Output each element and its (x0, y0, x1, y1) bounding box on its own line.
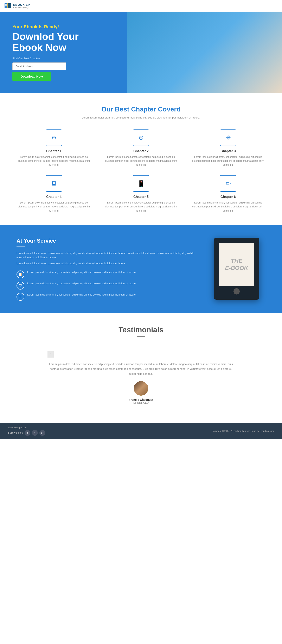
service-image: THE E-BOOK (208, 238, 266, 300)
chapter-title: Chapter 5 (104, 195, 178, 199)
chapter-title: Chapter 1 (16, 149, 91, 153)
chapter-icon: 📱 (137, 180, 145, 187)
service-content: At Your Service Lorem ipsum dolor sit am… (16, 238, 195, 301)
feature-icon: 📋 (18, 272, 22, 276)
service-feature-3: 👤 Lorem ipsum dolor sit amet, consectetu… (16, 293, 195, 301)
hero-title: Downlod Your Ebook Now (12, 31, 79, 53)
chapter-icon-box: ⚙ (46, 130, 62, 146)
feature-icon-circle: 📋 (16, 270, 24, 278)
service-feature-2: 🛡 Lorem ipsum dolor sit amet, consectetu… (16, 282, 195, 290)
chapter-title: Chapter 6 (191, 195, 266, 199)
testimonials-divider (137, 336, 145, 337)
chapter-text: Lorem ipsum dolor sit amet, consectetur … (104, 201, 178, 213)
footer: www.example.com Follow us on: f t g+ Cop… (0, 423, 282, 439)
chapter-title: Chapter 3 (191, 149, 266, 153)
ebook-screen: THE E-BOOK (219, 243, 254, 286)
email-input[interactable] (12, 62, 66, 70)
chapter-icon: ✳ (226, 134, 231, 141)
chapter-card-3: ✳ Chapter 3 Lorem ipsum dolor sit amet, … (191, 130, 266, 167)
chapter-card-5: 📱 Chapter 5 Lorem ipsum dolor sit amet, … (104, 175, 178, 213)
chapters-grid: ⚙ Chapter 1 Lorem ipsum dolor sit amet, … (16, 130, 266, 213)
svg-rect-1 (4, 3, 8, 8)
chapter-icon-box: 🖥 (46, 175, 62, 192)
testimonial-name: Frencis Cheoquet (47, 398, 235, 402)
chapter-icon-box: ⊕ (133, 130, 149, 146)
chapter-icon-box: 📱 (133, 175, 149, 192)
chapter-card-2: ⊕ Chapter 2 Lorem ipsum dolor sit amet, … (104, 130, 178, 167)
chapter-icon-box: ✏ (220, 175, 236, 192)
service-divider (16, 246, 25, 247)
feature-icon: 👤 (18, 295, 22, 299)
social-label: Follow us on: (8, 432, 23, 434)
chapter-card-6: ✏ Chapter 6 Lorem ipsum dolor sit amet, … (191, 175, 266, 213)
footer-website: www.example.com (8, 426, 45, 429)
ebook-device: THE E-BOOK (214, 238, 259, 300)
quote-icon: " (47, 351, 54, 358)
logo-subtitle: Premium Quality (13, 6, 30, 9)
hero-ready-text: Your Ebook Is Ready! (12, 24, 79, 30)
social-twitter[interactable]: t (32, 430, 38, 436)
footer-social: Follow us on: f t g+ (8, 430, 45, 436)
logo: EBOOK LP Premium Quality (4, 2, 30, 10)
ebook-device-button (234, 288, 240, 294)
chapter-text: Lorem ipsum dolor sit amet, consectetur … (16, 201, 91, 213)
feature-text: Lorem ipsum dolor sit amet, consectetur … (27, 293, 136, 297)
footer-left: www.example.com Follow us on: f t g+ (8, 426, 45, 436)
logo-title: EBOOK LP (13, 3, 30, 6)
testimonial-avatar (134, 381, 148, 396)
feature-icon: 🛡 (19, 284, 22, 288)
feature-text: Lorem ipsum dolor sit amet, consectetur … (27, 270, 136, 274)
chapter-text: Lorem ipsum dolor sit amet, consectetur … (191, 155, 266, 167)
testimonial-card: " Lorem ipsum dolor sit amet, consectetu… (41, 345, 241, 410)
logo-text: EBOOK LP Premium Quality (13, 3, 30, 9)
chapters-title: Our Best Chapter Coverd (16, 106, 266, 113)
logo-icon (4, 2, 11, 10)
chapter-title: Chapter 4 (16, 195, 91, 199)
service-title: At Your Service (16, 238, 195, 244)
feature-icon-circle: 👤 (16, 293, 24, 301)
hero-section: Your Ebook Is Ready! Downlod Your Ebook … (0, 12, 282, 93)
header: EBOOK LP Premium Quality (0, 0, 282, 12)
feature-icon-circle: 🛡 (16, 282, 24, 290)
svg-rect-2 (7, 3, 8, 8)
service-feature-1: 📋 Lorem ipsum dolor sit amet, consectetu… (16, 270, 195, 278)
service-features: 📋 Lorem ipsum dolor sit amet, consectetu… (16, 270, 195, 301)
chapter-card-4: 🖥 Chapter 4 Lorem ipsum dolor sit amet, … (16, 175, 91, 213)
hero-background (127, 12, 282, 93)
ebook-screen-text: THE E-BOOK (225, 258, 248, 271)
chapter-icon: ⚙ (51, 134, 57, 141)
chapters-section: Our Best Chapter Coverd Lorem ipsum dolo… (0, 93, 282, 225)
chapters-subtitle: Lorem ipsum dolor sit amet, consectetur … (16, 116, 266, 119)
avatar-image (134, 381, 148, 396)
testimonials-section: Testimonials " Lorem ipsum dolor sit ame… (0, 313, 282, 423)
chapter-icon-box: ✳ (220, 130, 236, 146)
hero-subtitle: Find Our Best Chapters (12, 57, 79, 60)
hero-content: Your Ebook Is Ready! Downlod Your Ebook … (12, 24, 79, 81)
testimonial-role: Director, CEO (47, 402, 235, 404)
chapter-card-1: ⚙ Chapter 1 Lorem ipsum dolor sit amet, … (16, 130, 91, 167)
chapter-title: Chapter 2 (104, 149, 178, 153)
chapter-icon: ✏ (226, 180, 231, 187)
service-text2: Lorem ipsum dolor sit amet, consectetur … (16, 262, 195, 266)
testimonials-title: Testimonials (41, 326, 241, 334)
feature-text: Lorem ipsum dolor sit amet, consectetur … (27, 282, 136, 286)
service-text1: Lorem ipsum dolor sit amet, consectetur … (16, 251, 195, 260)
social-google[interactable]: g+ (39, 430, 45, 436)
footer-copyright: Copyright © 2017. A Leadgen Landing Page… (212, 430, 274, 432)
chapter-text: Lorem ipsum dolor sit amet, consectetur … (16, 155, 91, 167)
chapter-icon: 🖥 (51, 180, 57, 187)
chapter-text: Lorem ipsum dolor sit amet, consectetur … (191, 201, 266, 213)
service-section: At Your Service Lorem ipsum dolor sit am… (0, 225, 282, 313)
chapter-text: Lorem ipsum dolor sit amet, consectetur … (104, 155, 178, 167)
download-button[interactable]: Download Now (12, 72, 51, 81)
social-facebook[interactable]: f (24, 430, 30, 436)
testimonial-text: Lorem ipsum dolor sit amet, consectetur … (47, 362, 235, 376)
chapter-icon: ⊕ (139, 134, 144, 141)
